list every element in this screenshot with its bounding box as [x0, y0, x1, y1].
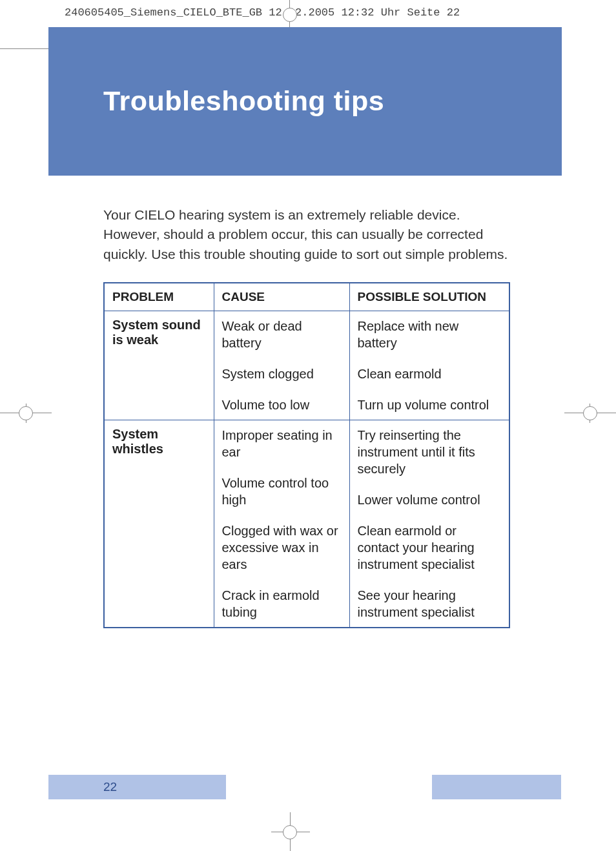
cause-item: System clogged [222, 365, 342, 382]
solution-item: Clean earmold or contact your hearing in… [358, 522, 502, 573]
intro-paragraph: Your CIELO hearing system is an extremel… [103, 205, 510, 264]
solution-item: Clean earmold [358, 365, 502, 382]
title-banner: Troubleshooting tips [48, 27, 562, 176]
solution-item: Turn up volume control [358, 396, 502, 413]
table-header-cause: CAUSE [214, 283, 349, 311]
cause-item: Volume control too high [222, 475, 342, 508]
solution-item: Replace with new battery [358, 318, 502, 351]
registration-mark-right [564, 404, 616, 423]
page-number: 22 [103, 780, 117, 794]
crop-mark [0, 48, 48, 49]
table-header-solution: POSSIBLE SOLUTION [349, 283, 509, 311]
solution-item: Try reinserting the instrument until it … [358, 427, 502, 477]
troubleshooting-table: PROBLEM CAUSE POSSIBLE SOLUTION System s… [103, 282, 510, 628]
solution-cell: Try reinserting the instrument until it … [349, 420, 509, 628]
table-header-problem: PROBLEM [104, 283, 214, 311]
content-area: Your CIELO hearing system is an extremel… [103, 205, 510, 628]
registration-mark-left [0, 404, 52, 423]
problem-cell: System sound is weak [104, 311, 214, 420]
registration-mark-icon [283, 8, 297, 22]
registration-mark-bottom [271, 812, 310, 851]
solution-item: See your hearing instrument specialist [358, 587, 502, 620]
cause-item: Volume too low [222, 396, 342, 413]
cause-item: Clogged with wax or excessive wax in ear… [222, 522, 342, 573]
cause-cell: Improper seating in ear Volume control t… [214, 420, 349, 628]
page-title: Troubleshooting tips [103, 85, 562, 117]
crop-header-text: 240605405_Siemens_CIELO_BTE_GB 12.12.200… [65, 6, 460, 19]
footer-bar-right [432, 775, 561, 799]
cause-cell: Weak or dead battery System clogged Volu… [214, 311, 349, 420]
table-row: System sound is weak Weak or dead batter… [104, 311, 509, 420]
solution-cell: Replace with new battery Clean earmold T… [349, 311, 509, 420]
cause-item: Weak or dead battery [222, 318, 342, 351]
cause-item: Improper seating in ear [222, 427, 342, 460]
cause-item: Crack in earmold tubing [222, 587, 342, 620]
problem-cell: System whistles [104, 420, 214, 628]
solution-item: Lower volume control [358, 491, 502, 508]
table-row: System whistles Improper seating in ear … [104, 420, 509, 628]
footer-bar-left [48, 775, 226, 799]
